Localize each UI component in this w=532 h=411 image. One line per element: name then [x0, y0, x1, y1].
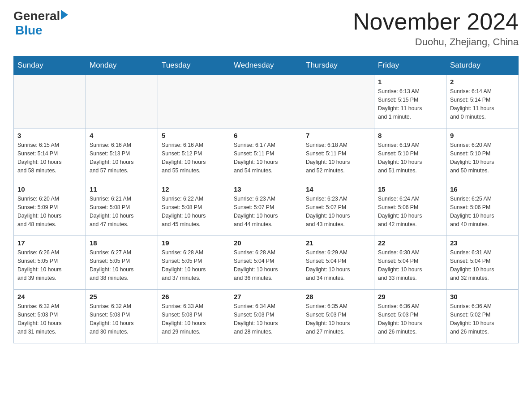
- calendar-cell: 19Sunrise: 6:28 AM Sunset: 5:05 PM Dayli…: [158, 236, 230, 290]
- day-info: Sunrise: 6:17 AM Sunset: 5:11 PM Dayligh…: [234, 141, 298, 175]
- day-number: 9: [450, 132, 515, 139]
- day-number: 12: [162, 185, 226, 193]
- day-number: 25: [90, 293, 154, 300]
- day-info: Sunrise: 6:13 AM Sunset: 5:15 PM Dayligh…: [378, 87, 442, 121]
- calendar-cell: 24Sunrise: 6:32 AM Sunset: 5:03 PM Dayli…: [14, 290, 86, 343]
- day-info: Sunrise: 6:32 AM Sunset: 5:03 PM Dayligh…: [17, 302, 82, 336]
- calendar-cell: 2Sunrise: 6:14 AM Sunset: 5:14 PM Daylig…: [446, 75, 519, 128]
- day-info: Sunrise: 6:36 AM Sunset: 5:03 PM Dayligh…: [378, 302, 442, 336]
- calendar-subtitle: Duohu, Zhejiang, China: [353, 36, 519, 48]
- calendar-cell: [14, 75, 86, 128]
- calendar-cell: 12Sunrise: 6:22 AM Sunset: 5:08 PM Dayli…: [158, 182, 230, 236]
- calendar-cell: 25Sunrise: 6:32 AM Sunset: 5:03 PM Dayli…: [86, 290, 158, 343]
- day-info: Sunrise: 6:26 AM Sunset: 5:05 PM Dayligh…: [17, 248, 82, 283]
- day-info: Sunrise: 6:27 AM Sunset: 5:05 PM Dayligh…: [90, 248, 154, 283]
- day-info: Sunrise: 6:20 AM Sunset: 5:09 PM Dayligh…: [17, 195, 82, 229]
- calendar-cell: 30Sunrise: 6:36 AM Sunset: 5:02 PM Dayli…: [446, 290, 519, 343]
- calendar-cell: 9Sunrise: 6:20 AM Sunset: 5:10 PM Daylig…: [446, 128, 519, 182]
- logo-blue-text: Blue: [15, 23, 43, 38]
- day-info: Sunrise: 6:33 AM Sunset: 5:03 PM Dayligh…: [162, 302, 226, 336]
- column-header-thursday: Thursday: [302, 56, 374, 75]
- day-info: Sunrise: 6:31 AM Sunset: 5:04 PM Dayligh…: [450, 248, 515, 283]
- calendar-cell: 16Sunrise: 6:25 AM Sunset: 5:06 PM Dayli…: [446, 182, 519, 236]
- day-info: Sunrise: 6:36 AM Sunset: 5:02 PM Dayligh…: [450, 302, 515, 336]
- day-info: Sunrise: 6:28 AM Sunset: 5:04 PM Dayligh…: [234, 248, 298, 283]
- day-number: 20: [234, 239, 298, 247]
- day-number: 14: [306, 185, 370, 193]
- logo-area: General Blue: [13, 9, 68, 38]
- calendar-cell: 11Sunrise: 6:21 AM Sunset: 5:08 PM Dayli…: [86, 182, 158, 236]
- day-number: 7: [306, 132, 370, 139]
- day-number: 11: [90, 185, 154, 193]
- column-header-wednesday: Wednesday: [230, 56, 302, 75]
- calendar-week-row: 3Sunrise: 6:15 AM Sunset: 5:14 PM Daylig…: [14, 128, 519, 182]
- day-number: 19: [162, 239, 226, 247]
- calendar-cell: [230, 75, 302, 128]
- day-number: 2: [450, 78, 515, 86]
- day-info: Sunrise: 6:25 AM Sunset: 5:06 PM Dayligh…: [450, 195, 515, 229]
- title-area: November 2024 Duohu, Zhejiang, China: [353, 9, 519, 48]
- calendar-cell: 5Sunrise: 6:16 AM Sunset: 5:12 PM Daylig…: [158, 128, 230, 182]
- calendar-cell: 22Sunrise: 6:30 AM Sunset: 5:04 PM Dayli…: [374, 236, 446, 290]
- calendar-cell: 8Sunrise: 6:19 AM Sunset: 5:10 PM Daylig…: [374, 128, 446, 182]
- day-info: Sunrise: 6:30 AM Sunset: 5:04 PM Dayligh…: [378, 248, 442, 283]
- calendar-cell: 28Sunrise: 6:35 AM Sunset: 5:03 PM Dayli…: [302, 290, 374, 343]
- calendar-cell: 1Sunrise: 6:13 AM Sunset: 5:15 PM Daylig…: [374, 75, 446, 128]
- day-info: Sunrise: 6:18 AM Sunset: 5:11 PM Dayligh…: [306, 141, 370, 175]
- day-info: Sunrise: 6:16 AM Sunset: 5:12 PM Dayligh…: [162, 141, 226, 175]
- day-number: 16: [450, 185, 515, 193]
- day-number: 18: [90, 239, 154, 247]
- logo: General: [13, 9, 68, 23]
- column-header-saturday: Saturday: [446, 56, 519, 75]
- calendar-cell: 20Sunrise: 6:28 AM Sunset: 5:04 PM Dayli…: [230, 236, 302, 290]
- calendar-cell: 10Sunrise: 6:20 AM Sunset: 5:09 PM Dayli…: [14, 182, 86, 236]
- logo-arrow-icon: [61, 10, 68, 20]
- calendar-cell: 23Sunrise: 6:31 AM Sunset: 5:04 PM Dayli…: [446, 236, 519, 290]
- logo-general-text: General: [13, 9, 60, 23]
- calendar-cell: 7Sunrise: 6:18 AM Sunset: 5:11 PM Daylig…: [302, 128, 374, 182]
- calendar-cell: 3Sunrise: 6:15 AM Sunset: 5:14 PM Daylig…: [14, 128, 86, 182]
- day-number: 10: [17, 185, 82, 193]
- day-number: 1: [378, 78, 442, 86]
- day-info: Sunrise: 6:15 AM Sunset: 5:14 PM Dayligh…: [17, 141, 82, 175]
- day-number: 6: [234, 132, 298, 139]
- calendar-cell: 21Sunrise: 6:29 AM Sunset: 5:04 PM Dayli…: [302, 236, 374, 290]
- day-number: 5: [162, 132, 226, 139]
- day-info: Sunrise: 6:29 AM Sunset: 5:04 PM Dayligh…: [306, 248, 370, 283]
- day-number: 13: [234, 185, 298, 193]
- day-info: Sunrise: 6:28 AM Sunset: 5:05 PM Dayligh…: [162, 248, 226, 283]
- page-header: General Blue November 2024 Duohu, Zhejia…: [13, 9, 519, 48]
- day-number: 27: [234, 293, 298, 300]
- calendar-cell: 13Sunrise: 6:23 AM Sunset: 5:07 PM Dayli…: [230, 182, 302, 236]
- day-number: 3: [17, 132, 82, 139]
- calendar-week-row: 10Sunrise: 6:20 AM Sunset: 5:09 PM Dayli…: [14, 182, 519, 236]
- day-number: 15: [378, 185, 442, 193]
- day-info: Sunrise: 6:34 AM Sunset: 5:03 PM Dayligh…: [234, 302, 298, 336]
- calendar-cell: 4Sunrise: 6:16 AM Sunset: 5:13 PM Daylig…: [86, 128, 158, 182]
- day-info: Sunrise: 6:16 AM Sunset: 5:13 PM Dayligh…: [90, 141, 154, 175]
- column-header-sunday: Sunday: [14, 56, 86, 75]
- day-info: Sunrise: 6:23 AM Sunset: 5:07 PM Dayligh…: [234, 195, 298, 229]
- calendar-cell: 14Sunrise: 6:23 AM Sunset: 5:07 PM Dayli…: [302, 182, 374, 236]
- day-info: Sunrise: 6:21 AM Sunset: 5:08 PM Dayligh…: [90, 195, 154, 229]
- calendar-cell: 27Sunrise: 6:34 AM Sunset: 5:03 PM Dayli…: [230, 290, 302, 343]
- column-header-tuesday: Tuesday: [158, 56, 230, 75]
- calendar-cell: [158, 75, 230, 128]
- calendar-cell: 6Sunrise: 6:17 AM Sunset: 5:11 PM Daylig…: [230, 128, 302, 182]
- day-number: 22: [378, 239, 442, 247]
- day-number: 30: [450, 293, 515, 300]
- calendar-title: November 2024: [353, 9, 519, 34]
- calendar-cell: 17Sunrise: 6:26 AM Sunset: 5:05 PM Dayli…: [14, 236, 86, 290]
- calendar-cell: [302, 75, 374, 128]
- calendar-week-row: 17Sunrise: 6:26 AM Sunset: 5:05 PM Dayli…: [14, 236, 519, 290]
- day-info: Sunrise: 6:20 AM Sunset: 5:10 PM Dayligh…: [450, 141, 515, 175]
- calendar-cell: 29Sunrise: 6:36 AM Sunset: 5:03 PM Dayli…: [374, 290, 446, 343]
- day-info: Sunrise: 6:19 AM Sunset: 5:10 PM Dayligh…: [378, 141, 442, 175]
- calendar-week-row: 1Sunrise: 6:13 AM Sunset: 5:15 PM Daylig…: [14, 75, 519, 128]
- day-number: 26: [162, 293, 226, 300]
- day-info: Sunrise: 6:14 AM Sunset: 5:14 PM Dayligh…: [450, 87, 515, 121]
- day-info: Sunrise: 6:24 AM Sunset: 5:06 PM Dayligh…: [378, 195, 442, 229]
- day-number: 21: [306, 239, 370, 247]
- column-header-monday: Monday: [86, 56, 158, 75]
- calendar-cell: 18Sunrise: 6:27 AM Sunset: 5:05 PM Dayli…: [86, 236, 158, 290]
